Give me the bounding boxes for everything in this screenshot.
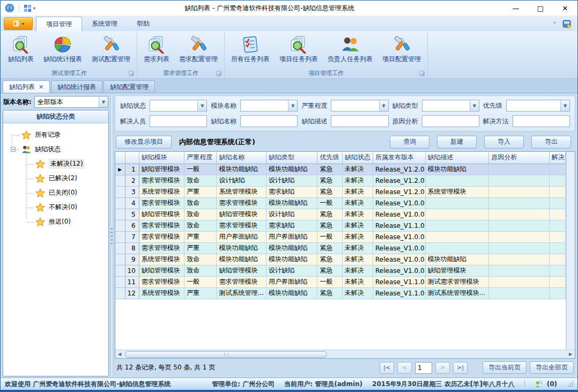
prev-page-button[interactable]: < [397, 362, 412, 374]
grid-column-header[interactable]: 缺陷名称 [217, 152, 266, 164]
tree-item[interactable]: 已关闭(0) [4, 186, 107, 200]
minimize-button[interactable]: — [503, 1, 528, 16]
first-page-button[interactable]: |< [380, 362, 394, 374]
chevron-down-icon[interactable]: ▼ [288, 100, 297, 111]
table-row[interactable]: 10缺陷管理模块致命缺陷管理模块设计缺陷紧急未解决Release_V1.0.0缺… [115, 265, 566, 276]
grid-column-header[interactable]: 优先级 [317, 152, 342, 164]
dialog-launcher-icon[interactable] [129, 71, 134, 76]
ribbon-tab-1[interactable]: 系统管理 [82, 17, 127, 31]
filter-input[interactable] [513, 115, 570, 127]
scroll-right-icon[interactable]: ▶ [566, 352, 575, 357]
filter-combobox[interactable]: ▼ [150, 100, 207, 112]
row-selector-cell[interactable] [115, 242, 125, 254]
export-current-page-button[interactable]: 导出当前页 [483, 361, 527, 374]
export-all-pages-button[interactable]: 导出全部页 [530, 361, 574, 374]
ribbon-button[interactable]: 需求列表 [139, 34, 174, 65]
table-row[interactable]: 9系统管理模块致命模块功能缺陷模块功能缺陷紧急未解决Release_V1.0.0… [115, 254, 566, 265]
grid-column-header[interactable]: 所属发布版本 [373, 152, 425, 164]
table-row[interactable]: 5缺陷管理模块致命缺陷管理模块设计缺陷紧急未解决Release_V1.0.0 [115, 209, 566, 220]
table-row[interactable]: ▶1缺陷管理模块一般模块功能缺陷模块功能缺陷紧急未解决Release_V1.2.… [115, 164, 566, 175]
row-selector-cell[interactable] [115, 231, 125, 242]
horizontal-scrollbar[interactable]: ◀ ▶ [115, 350, 575, 358]
scroll-left-icon[interactable]: ◀ [115, 352, 124, 357]
next-page-button[interactable]: > [435, 362, 450, 374]
filter-combobox[interactable]: ▼ [506, 100, 570, 112]
toolbar-action-button-0[interactable]: 查询 [390, 136, 429, 149]
tree-item[interactable]: 所有记录 [4, 128, 107, 142]
row-selector-cell[interactable]: ▶ [115, 164, 125, 175]
filter-input[interactable] [331, 115, 388, 127]
row-selector-cell[interactable] [115, 276, 125, 287]
chevron-down-icon[interactable]: ▼ [470, 100, 479, 111]
ribbon-button[interactable]: 所有任务列表 [226, 34, 275, 65]
ribbon-tab-2[interactable]: 帮助 [127, 17, 159, 31]
ribbon-button[interactable]: 项目任务列表 [275, 34, 323, 65]
ribbon-tab-0[interactable]: 项目管理 [36, 17, 82, 31]
grid-column-header[interactable]: 严重程度 [184, 152, 217, 164]
last-page-button[interactable]: >| [453, 362, 468, 374]
chevron-down-icon[interactable]: ▼ [379, 100, 388, 111]
document-tab-0[interactable]: 缺陷列表✕ [3, 80, 50, 93]
close-tab-icon[interactable]: ✕ [39, 84, 43, 91]
sidebar-splitter[interactable] [110, 95, 114, 376]
ribbon-button[interactable]: 缺陷列表 [3, 34, 39, 65]
ribbon-button[interactable]: 项目配置管理 [377, 34, 426, 65]
modify-columns-button[interactable]: 修改显示项目 [116, 136, 172, 149]
tree-item[interactable]: 不解决(0) [4, 200, 107, 215]
vertical-scrollbar[interactable] [566, 152, 575, 350]
table-row[interactable]: 7需求管理模块严重用户界面缺陷用户界面缺陷一般未解决Release_V1.0.0 [115, 231, 566, 242]
grid-column-header[interactable]: 缺陷描述 [425, 152, 489, 164]
document-tab-2[interactable]: 缺陷配置管理 [103, 80, 155, 93]
grid-column-header[interactable]: 解决方法 [549, 152, 565, 164]
filter-combobox[interactable]: ▼ [240, 100, 298, 112]
quick-access-toolbar[interactable]: ▾ [24, 4, 35, 12]
chevron-down-icon[interactable]: ▼ [197, 100, 206, 111]
filter-combobox[interactable]: ▼ [331, 100, 388, 112]
table-row[interactable]: 8需求管理模块严重模块功能缺陷模块功能缺陷紧急未解决Release_V1.0.0 [115, 242, 566, 254]
ribbon-button[interactable]: 需求配置管理 [174, 34, 223, 65]
filter-input[interactable] [150, 115, 207, 127]
grid-column-header[interactable]: 缺陷状态 [342, 152, 373, 164]
filter-combobox[interactable]: ▼ [422, 100, 479, 112]
table-row[interactable]: 11需求管理模块一般需求管理模块用户界面缺陷一般未解决Release_V1.1.… [115, 276, 566, 287]
chevron-down-icon[interactable]: ▼ [99, 97, 108, 107]
table-row[interactable]: 3系统管理模块严重系统管理模块需求缺陷紧急未解决Release_V1.2.0系统… [115, 186, 566, 197]
grid-column-header[interactable]: 缺陷类型 [266, 152, 317, 164]
maximize-button[interactable]: □ [528, 1, 553, 16]
scrollbar-thumb[interactable] [125, 351, 327, 358]
table-row[interactable]: 2需求管理模块致命设计缺陷设计缺陷紧急未解决Release_V1.2.0 [115, 175, 566, 186]
table-row[interactable]: 4需求管理模块致命需求管理模块模块功能缺陷一般未解决Release_V1.0.0 [115, 197, 566, 209]
grid-column-header[interactable]: 原因分析 [489, 152, 550, 164]
row-selector-cell[interactable] [115, 175, 125, 186]
resize-grip-icon[interactable] [568, 381, 573, 387]
application-menu-button[interactable]: ▾ [4, 17, 33, 30]
tree-item[interactable]: 已解决(2) [4, 171, 107, 186]
table-row[interactable]: 12系统管理模块严重测试系统管理...模块功能缺陷紧急未解决Release_V1… [115, 287, 566, 299]
grid-column-header[interactable]: 缺陷模块 [139, 152, 184, 164]
close-button[interactable]: ✕ [553, 1, 577, 16]
tree-item[interactable]: −缺陷状态 [4, 142, 107, 157]
row-selector-cell[interactable] [115, 220, 125, 231]
row-selector-cell[interactable] [115, 209, 125, 220]
tree-item[interactable]: 推迟(0) [4, 215, 107, 229]
row-selector-cell[interactable] [115, 287, 125, 299]
tree-item[interactable]: 未解决(12) [4, 157, 107, 171]
row-selector-cell[interactable] [115, 197, 125, 209]
ribbon-button[interactable]: 测试配置管理 [87, 34, 135, 65]
dialog-launcher-icon[interactable] [419, 71, 425, 76]
toolbar-action-button-3[interactable]: 导出 [531, 136, 571, 149]
row-selector-cell[interactable] [115, 265, 125, 276]
messages-person-icon[interactable] [535, 380, 543, 388]
filter-input[interactable] [422, 115, 479, 127]
row-selector-cell[interactable] [115, 186, 125, 197]
filter-input[interactable] [240, 115, 298, 127]
chevron-down-icon[interactable]: ▼ [560, 100, 569, 111]
toolbar-action-button-2[interactable]: 导入 [484, 136, 524, 149]
page-number-input[interactable] [415, 362, 432, 374]
version-combobox[interactable]: 全部版本 ▼ [34, 96, 108, 108]
ribbon-button[interactable]: 负责人任务列表 [323, 34, 377, 65]
toolbar-action-button-1[interactable]: 新建 [437, 136, 477, 149]
table-row[interactable]: 6需求管理模块致命需求管理模块需求缺陷紧急未解决Release_V1.1.0 [115, 220, 566, 231]
tree-expander-icon[interactable]: − [11, 147, 16, 152]
about-app-icon[interactable] [562, 19, 572, 29]
